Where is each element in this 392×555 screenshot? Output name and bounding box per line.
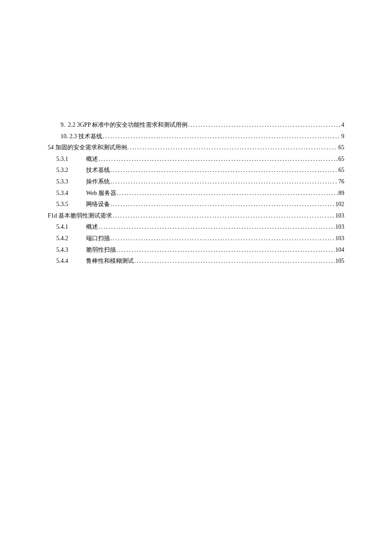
toc-title: 概述 — [86, 154, 98, 165]
toc-page: 4 — [341, 119, 344, 131]
toc-leader — [98, 154, 337, 165]
toc-entry: 5.4.4 鲁棒性和模糊测试 105 — [48, 256, 344, 267]
toc-page: 103 — [335, 221, 344, 233]
toc-leader — [110, 233, 334, 244]
toc-page: 102 — [335, 199, 344, 210]
toc-entry: 5.3.1 概述 65 — [48, 154, 344, 165]
toc-title: 技术基线 — [86, 165, 110, 176]
toc-leader — [110, 199, 334, 210]
toc-title: 鲁棒性和模糊测试 — [86, 256, 134, 267]
toc-entry: F1d 基本脆弱性测试需求 103 — [48, 210, 344, 222]
toc-number: 5.3.5 — [56, 199, 86, 210]
toc-page: 105 — [335, 256, 344, 267]
toc-entry: 5.4.2 端口扫描 103 — [48, 233, 344, 244]
toc-title: 网络设备 — [86, 199, 110, 210]
toc-title: F1d 基本脆弱性测试需求 — [48, 210, 112, 222]
toc-title: 概述 — [86, 221, 98, 233]
toc-entry: 5.3.3 操作系统 76 — [48, 176, 344, 188]
toc-number: 5.3.1 — [56, 154, 86, 165]
toc-leader — [188, 119, 340, 131]
toc-page: 65 — [338, 165, 344, 176]
toc-leader — [103, 131, 340, 142]
toc-container: 9. 2.2 3GPP 标准中的安全功能性需求和测试用例 4 10. 2.3 技… — [48, 119, 344, 267]
toc-title: 端口扫描 — [86, 233, 110, 244]
toc-entry: 5.3.5 网络设备 102 — [48, 199, 344, 210]
toc-number: 5.4.1 — [56, 221, 86, 233]
toc-page: 103 — [335, 233, 344, 244]
toc-entry: 5.3.2 技术基线 65 — [48, 165, 344, 176]
toc-page: 9 — [341, 131, 344, 142]
toc-leader — [110, 176, 337, 188]
toc-number: 9. — [61, 119, 68, 131]
toc-title: 54 加固的安全需求和测试用例 — [48, 142, 127, 154]
toc-entry: 10. 2.3 技术基线 9 — [48, 131, 344, 142]
toc-number: 5.3.4 — [56, 188, 86, 199]
toc-number: 10. — [61, 131, 69, 142]
toc-entry: 5.3.4 Web 服务器 89 — [48, 188, 344, 199]
toc-title: 脆弱性扫描 — [86, 244, 116, 256]
toc-page: 76 — [338, 176, 344, 188]
toc-leader — [116, 244, 334, 256]
toc-entry: 5.4.1 概述 103 — [48, 221, 344, 233]
toc-number: 5.3.3 — [56, 176, 86, 188]
toc-leader — [127, 142, 338, 154]
toc-page: 103 — [335, 210, 344, 222]
toc-title: 操作系统 — [86, 176, 110, 188]
toc-page: 65 — [338, 154, 344, 165]
toc-title: Web 服务器 — [86, 188, 116, 199]
toc-number: 5.4.2 — [56, 233, 86, 244]
toc-leader — [98, 221, 334, 233]
toc-number: 5.4.3 — [56, 244, 86, 256]
toc-leader — [110, 165, 337, 176]
toc-entry: 5.4.3 脆弱性扫描 104 — [48, 244, 344, 256]
toc-entry: 54 加固的安全需求和测试用例 65 — [48, 142, 344, 154]
toc-page: 89 — [338, 188, 344, 199]
toc-page: 65 — [338, 142, 344, 154]
toc-number: 5.3.2 — [56, 165, 86, 176]
toc-title: 2.2 3GPP 标准中的安全功能性需求和测试用例 — [68, 119, 188, 131]
toc-entry: 9. 2.2 3GPP 标准中的安全功能性需求和测试用例 4 — [48, 119, 344, 131]
toc-number: 5.4.4 — [56, 256, 86, 267]
toc-leader — [117, 188, 337, 199]
toc-leader — [112, 210, 334, 222]
toc-title: 2.3 技术基线 — [69, 131, 102, 142]
toc-page: 104 — [335, 244, 344, 256]
toc-leader — [134, 256, 334, 267]
